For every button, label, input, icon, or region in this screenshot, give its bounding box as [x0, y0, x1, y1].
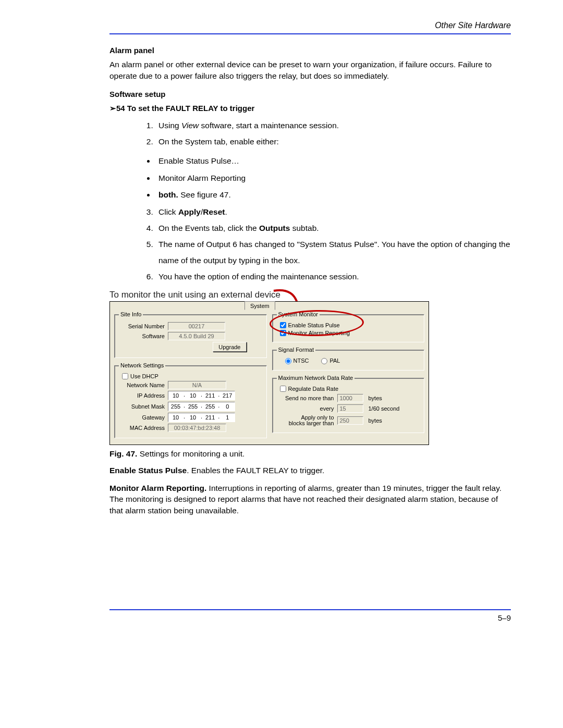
step-4-a: On the Events tab, click the: [158, 224, 259, 232]
label-software: Software: [119, 333, 168, 339]
ip-seg-4[interactable]: [220, 391, 235, 400]
unit-every: 1/60 second: [363, 405, 400, 412]
mask-seg-3[interactable]: [203, 402, 217, 411]
step-1-a: Using: [158, 121, 181, 130]
label-mac-address: MAC Address: [119, 425, 168, 431]
ip-seg-1[interactable]: [168, 391, 183, 400]
monitor-alarm-reporting-paragraph: Monitor Alarm Reporting. Interruptions i…: [109, 483, 511, 516]
label-serial-number: Serial Number: [119, 323, 168, 329]
gw-seg-3[interactable]: [203, 413, 217, 422]
monitor-alarm-reporting-checkbox[interactable]: [280, 330, 286, 336]
ntsc-radio[interactable]: [285, 358, 291, 364]
label-ntsc: NTSC: [293, 357, 309, 364]
legend-site-info: Site Info: [119, 311, 143, 317]
step-1-view: View: [181, 121, 199, 130]
procedure-heading: ➢54 To set the FAULT RELAY to trigger: [109, 104, 511, 113]
figure-overline-text: To monitor the unit using an external de…: [109, 290, 280, 300]
unit-bytes-2: bytes: [363, 417, 382, 424]
label-apply-only-to: Apply only to blocks larger than: [277, 415, 337, 426]
use-dhcp-checkbox[interactable]: [122, 373, 128, 379]
unit-bytes-1: bytes: [363, 395, 382, 401]
step-3-a: Click: [158, 207, 178, 216]
esp-bold: Enable Status Pulse: [109, 466, 187, 475]
network-name-field: [168, 381, 226, 389]
step-2: On the System tab, enable either:: [155, 133, 511, 150]
step-2-bullets: Enable Status Pulse… Monitor Alarm Repor…: [109, 153, 511, 204]
enable-status-pulse-checkbox[interactable]: [280, 322, 286, 328]
groupbox-max-data-rate: Maximum Network Data Rate Regulate Data …: [272, 375, 425, 433]
legend-signal-format: Signal Format: [277, 347, 315, 353]
step-4-c: subtab.: [290, 224, 319, 232]
send-bytes-field: [337, 394, 363, 402]
mar-bold: Monitor Alarm Reporting.: [109, 484, 206, 492]
step-5: The name of Output 6 has changed to "Sys…: [155, 236, 511, 268]
pal-radio[interactable]: [321, 358, 327, 364]
regulate-data-rate-checkbox[interactable]: [280, 386, 286, 392]
legend-max-data-rate: Maximum Network Data Rate: [277, 375, 355, 381]
gw-seg-4[interactable]: [220, 413, 235, 422]
groupbox-network-settings: Network Settings Use DHCP Network Name I…: [114, 362, 267, 438]
figure-caption-label: Fig. 47.: [109, 449, 137, 458]
top-rule: [109, 33, 511, 34]
software-version-field: [168, 332, 225, 340]
system-panel: System Site Info Serial Number Software: [109, 301, 429, 445]
blocks-larger-field: [337, 416, 363, 425]
step-3: Click Apply/Reset.: [155, 204, 511, 220]
mask-seg-4[interactable]: [220, 402, 235, 411]
label-every: every: [277, 405, 337, 412]
groupbox-signal-format: Signal Format NTSC PAL: [272, 347, 425, 371]
bullet-monitor-alarm-reporting: Monitor Alarm Reporting: [155, 170, 511, 187]
esp-tail: . Enables the FAULT RELAY to trigger.: [187, 466, 324, 475]
groupbox-system-monitor: System Monitor Enable Status Pulse Monit…: [272, 311, 425, 342]
label-enable-status-pulse: Enable Status Pulse: [288, 322, 340, 328]
figure-47: To monitor the unit using an external de…: [109, 290, 511, 445]
running-header: Other Site Hardware: [109, 21, 511, 30]
groupbox-site-info: Site Info Serial Number Software Upgrade: [114, 311, 267, 358]
legend-system-monitor: System Monitor: [277, 311, 320, 317]
mac-address-field: [168, 424, 226, 432]
step-3-dot: .: [225, 207, 227, 216]
label-subnet-mask: Subnet Mask: [119, 403, 168, 410]
legend-network-settings: Network Settings: [119, 362, 165, 368]
bullet-both: both. See figure 47.: [155, 187, 511, 204]
heading-software-setup: Software setup: [109, 90, 511, 98]
label-monitor-alarm-reporting: Monitor Alarm Reporting: [288, 330, 350, 336]
page-number: 5–9: [109, 612, 511, 622]
tab-system[interactable]: System: [244, 301, 275, 310]
label-pal: PAL: [329, 357, 340, 364]
enable-status-pulse-paragraph: Enable Status Pulse. Enables the FAULT R…: [109, 465, 511, 476]
step-1: Using View software, start a maintenance…: [155, 117, 511, 133]
procedure-list: Using View software, start a maintenance…: [109, 117, 511, 150]
figure-overline: To monitor the unit using an external de…: [109, 290, 511, 300]
gw-seg-2[interactable]: [186, 413, 200, 422]
ip-seg-3[interactable]: [203, 391, 217, 400]
serial-number-field: [168, 322, 225, 330]
label-gateway: Gateway: [119, 414, 168, 421]
figure-caption-text: Settings for monitoring a unit.: [137, 449, 244, 458]
bullet-enable-status-pulse: Enable Status Pulse…: [155, 153, 511, 170]
step-3-reset: Reset: [203, 207, 225, 216]
label-send-no-more-than: Send no more than: [277, 395, 337, 401]
step-6: You have the option of ending the mainte…: [155, 268, 511, 285]
label-use-dhcp: Use DHCP: [130, 373, 158, 379]
mask-seg-1[interactable]: [168, 402, 183, 411]
label-apply-line2: blocks larger than: [289, 420, 334, 426]
step-4: On the Events tab, click the Outputs sub…: [155, 220, 511, 236]
alarm-panel-paragraph: An alarm panel or other external device …: [109, 59, 511, 81]
step-4-outputs: Outputs: [259, 224, 290, 232]
figure-caption: Fig. 47. Settings for monitoring a unit.: [109, 449, 511, 459]
bullet-both-tail: See figure 47.: [178, 190, 231, 199]
every-field: [337, 404, 363, 413]
label-regulate-data-rate: Regulate Data Rate: [288, 386, 339, 392]
label-network-name: Network Name: [119, 382, 168, 388]
bottom-rule: [109, 609, 511, 610]
mask-seg-2[interactable]: [186, 402, 200, 411]
bullet-both-bold: both.: [158, 190, 178, 199]
step-1-b: software, start a maintenance session.: [199, 121, 339, 130]
step-3-apply: Apply: [178, 207, 201, 216]
gw-seg-1[interactable]: [168, 413, 183, 422]
upgrade-button[interactable]: Upgrade: [213, 342, 246, 352]
ip-seg-2[interactable]: [186, 391, 200, 400]
label-ip-address: IP Address: [119, 392, 168, 399]
procedure-list-cont: Click Apply/Reset. On the Events tab, cl…: [109, 204, 511, 285]
